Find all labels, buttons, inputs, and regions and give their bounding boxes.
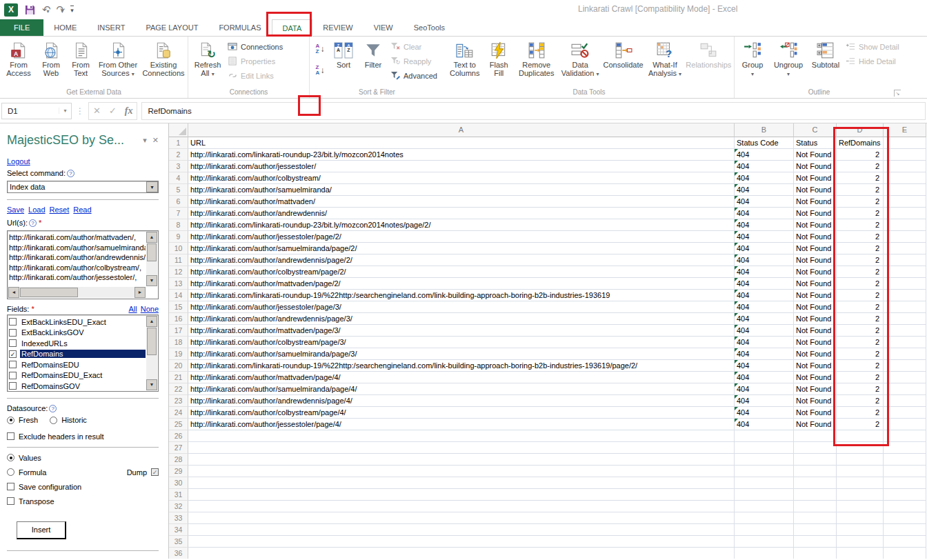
scroll-down-button[interactable]: ▼ — [146, 275, 157, 286]
cell-a5[interactable]: http://linkarati.com/author/samuelmirand… — [188, 184, 735, 196]
cell-c27[interactable] — [794, 442, 837, 454]
cell-d19[interactable]: 2 — [837, 348, 884, 360]
cell-e16[interactable] — [884, 313, 926, 325]
row-header-19[interactable]: 19 — [169, 348, 188, 360]
filter-button[interactable]: Filter — [358, 38, 388, 69]
dump-checkbox[interactable] — [151, 468, 159, 476]
show-detail-button[interactable]: Show Detail — [844, 39, 901, 54]
cell-b20[interactable]: 404 — [735, 360, 794, 372]
url-list-item[interactable]: http://linkarati.com/author/andrewdennis… — [9, 252, 146, 263]
column-header-d[interactable]: D — [837, 123, 884, 137]
tab-page-layout[interactable]: PAGE LAYOUT — [135, 19, 208, 36]
cell-b5[interactable]: 404 — [735, 184, 794, 196]
pane-close-icon[interactable]: ✕ — [152, 136, 159, 145]
cell-a3[interactable]: http://linkarati.com/author/jessestoler/ — [188, 161, 735, 172]
cell-e12[interactable] — [884, 266, 926, 278]
cell-c1[interactable]: Status — [794, 137, 837, 149]
cell-b25[interactable]: 404 — [735, 419, 794, 430]
cell-a24[interactable]: http://linkarati.com/author/colbystream/… — [188, 407, 735, 419]
subtotal-button[interactable]: Subtotal — [808, 38, 844, 69]
enter-button[interactable]: ✓ — [109, 106, 117, 116]
cell-b24[interactable]: 404 — [735, 407, 794, 419]
cell-b10[interactable]: 404 — [735, 243, 794, 254]
ungroup-button[interactable]: Ungroup▾ — [769, 38, 808, 79]
cell-d1[interactable]: RefDomains — [837, 137, 884, 149]
cell-e26[interactable] — [884, 430, 926, 442]
field-item[interactable]: RefDomainsGOV — [9, 381, 146, 392]
sort-ascending-button[interactable]: AZ ↓ — [311, 41, 329, 57]
sort-button[interactable]: ZAAZ Sort — [329, 38, 358, 69]
row-header-8[interactable]: 8 — [169, 219, 188, 231]
cell-d21[interactable]: 2 — [837, 372, 884, 383]
cell-a36[interactable] — [188, 548, 735, 559]
transpose-checkbox[interactable]: Transpose — [7, 497, 159, 506]
tab-formulas[interactable]: FORMULAS — [208, 19, 271, 36]
fields-all-link[interactable]: All — [128, 305, 137, 313]
urls-help-icon[interactable]: ? — [29, 219, 37, 227]
cell-d10[interactable]: 2 — [837, 243, 884, 254]
field-item[interactable]: ExtBackLinksGOV — [9, 328, 146, 339]
cell-c24[interactable]: Not Found — [794, 407, 837, 419]
cell-e34[interactable] — [884, 524, 926, 536]
row-header-10[interactable]: 10 — [169, 243, 188, 254]
cell-b16[interactable]: 404 — [735, 313, 794, 325]
row-header-33[interactable]: 33 — [169, 512, 188, 524]
cell-e35[interactable] — [884, 536, 926, 548]
pane-menu-caret-icon[interactable]: ▾ — [143, 136, 147, 145]
cell-a9[interactable]: http://linkarati.com/author/jessestoler/… — [188, 231, 735, 243]
row-header-20[interactable]: 20 — [169, 360, 188, 372]
row-header-21[interactable]: 21 — [169, 372, 188, 383]
insert-function-button[interactable]: fx — [125, 106, 133, 117]
cell-d11[interactable]: 2 — [837, 254, 884, 266]
cell-a18[interactable]: http://linkarati.com/author/colbystream/… — [188, 337, 735, 348]
cell-e25[interactable] — [884, 419, 926, 430]
cell-a22[interactable]: http://linkarati.com/author/samuelmirand… — [188, 383, 735, 395]
cell-c11[interactable]: Not Found — [794, 254, 837, 266]
cell-e9[interactable] — [884, 231, 926, 243]
logout-link[interactable]: Logout — [7, 157, 30, 166]
cell-d20[interactable]: 2 — [837, 360, 884, 372]
cell-e19[interactable] — [884, 348, 926, 360]
row-header-32[interactable]: 32 — [169, 501, 188, 512]
command-dropdown[interactable]: Index data ▾ — [7, 181, 159, 193]
load-link[interactable]: Load — [28, 206, 45, 214]
urls-listbox[interactable]: http://linkarati.com/author/mattvaden/,h… — [7, 230, 159, 299]
cell-e4[interactable] — [884, 172, 926, 184]
reset-link[interactable]: Reset — [50, 206, 70, 214]
row-header-12[interactable]: 12 — [169, 266, 188, 278]
fields-listbox[interactable]: ExtBackLinksEDU_ExactExtBackLinksGOVInde… — [7, 314, 159, 392]
cell-b1[interactable]: Status Code — [735, 137, 794, 149]
cell-a7[interactable]: http://linkarati.com/author/andrewdennis… — [188, 208, 735, 219]
cell-b2[interactable]: 404 — [735, 149, 794, 161]
column-header-a[interactable]: A — [188, 123, 735, 137]
cell-e20[interactable] — [884, 360, 926, 372]
column-header-c[interactable]: C — [794, 123, 837, 137]
field-item[interactable]: RefDomainsEDU_Exact — [9, 370, 146, 381]
row-header-13[interactable]: 13 — [169, 278, 188, 290]
cell-d13[interactable]: 2 — [837, 278, 884, 290]
url-list-item[interactable]: http://linkarati.com/author/samuelmirand… — [9, 243, 146, 253]
cell-b26[interactable] — [735, 430, 794, 442]
cell-b12[interactable]: 404 — [735, 266, 794, 278]
cell-c32[interactable] — [794, 501, 837, 512]
cell-b32[interactable] — [735, 501, 794, 512]
cell-e29[interactable] — [884, 466, 926, 477]
cell-c30[interactable] — [794, 477, 837, 489]
tab-home[interactable]: HOME — [43, 19, 87, 36]
cell-a32[interactable] — [188, 501, 735, 512]
from-text-button[interactable]: From Text — [66, 38, 95, 77]
values-radio[interactable]: Values — [7, 454, 159, 462]
cell-e15[interactable] — [884, 301, 926, 313]
cell-a13[interactable]: http://linkarati.com/author/mattvaden/pa… — [188, 278, 735, 290]
datasource-help-icon[interactable]: ? — [49, 405, 57, 412]
what-if-analysis-button[interactable]: ? What-If Analysis ▾ — [645, 38, 684, 79]
cell-b19[interactable]: 404 — [735, 348, 794, 360]
cell-e10[interactable] — [884, 243, 926, 254]
cell-d29[interactable] — [837, 466, 884, 477]
customize-qat-button[interactable]: ▾ — [70, 6, 74, 14]
cell-b23[interactable]: 404 — [735, 395, 794, 407]
cell-a20[interactable]: http://linkarati.com/linkarati-roundup-1… — [188, 360, 735, 372]
cell-b7[interactable]: 404 — [735, 208, 794, 219]
scroll-thumb[interactable] — [20, 288, 78, 297]
fields-none-link[interactable]: None — [141, 305, 159, 313]
